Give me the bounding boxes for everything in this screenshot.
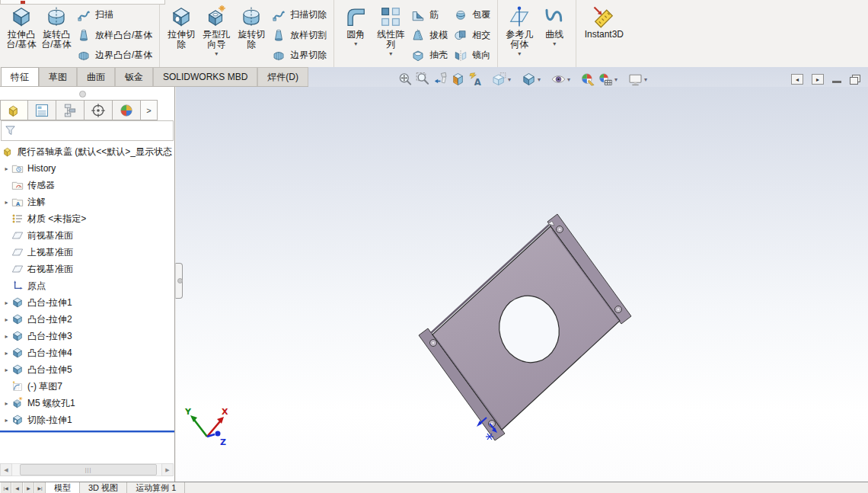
tree-item-top-plane[interactable]: 上视基准面 [0,244,174,261]
boundary-boss-button[interactable]: 边界凸台/基体 [77,46,152,65]
tree-item-sensors[interactable]: 传感器 [0,177,174,194]
curves-button[interactable]: 曲线 ▾ [537,5,572,66]
tree-root-item[interactable]: 爬行器轴承盖 (默认<<默认>_显示状态 [0,143,174,160]
tree-filter-bar[interactable] [1,120,174,141]
zoom-to-fit-button[interactable] [397,72,413,87]
dimxpertmanager-tab[interactable] [85,100,113,120]
minimize-button[interactable] [832,81,841,83]
nav-next-button[interactable]: ▶ [23,482,34,493]
hole-wizard-dropdown-icon[interactable]: ▾ [215,51,218,57]
nav-last-button[interactable]: ▶| [34,482,46,493]
expand-arrow-icon[interactable]: ▸ [2,316,11,323]
tab-sketch[interactable]: 草图 [39,67,77,86]
hole-wizard-button[interactable]: 异型孔向导 ▾ [199,5,234,66]
view-settings-dropdown-icon[interactable]: ▾ [644,76,647,83]
configurationmanager-tab[interactable] [56,100,85,120]
loft-cut-button[interactable]: 放样切割 [272,26,327,45]
tab-weldments[interactable]: 焊件(D) [257,67,308,86]
tree-item-right-plane[interactable]: 右视基准面 [0,261,174,277]
fillet-button[interactable]: 圆角 ▾ [338,5,373,66]
graphics-viewport[interactable]: Y X Z [176,87,868,482]
scrollbar-track[interactable]: ||| [12,463,161,476]
draft-button[interactable]: 拔模 [411,26,448,45]
motion-study-tab[interactable]: 运动算例 1 [127,482,185,493]
rib-button[interactable]: 筋 [411,5,448,24]
nav-prev-button[interactable]: ◀ [11,482,23,493]
tab-features[interactable]: 特征 [1,67,39,86]
view-orientation-dropdown-icon[interactable]: ▾ [508,76,511,83]
edit-appearance-button[interactable] [580,72,596,87]
tree-item-cut-extrude1[interactable]: ▸ 切除-拉伸1 [0,411,174,428]
mirror-button[interactable]: 镜向 [454,46,490,65]
shell-button[interactable]: 抽壳 [411,46,448,65]
zoom-to-area-button[interactable] [415,72,431,87]
revolve-boss-button[interactable]: 旋转凸台/基体 [39,5,74,66]
tree-item-history[interactable]: ▸ History [0,160,174,177]
tab-sheet-metal[interactable]: 钣金 [115,67,153,86]
scrollbar-thumb[interactable]: ||| [20,464,157,475]
extrude-cut-button[interactable]: 拉伸切除 [164,5,199,66]
intersect-button[interactable]: 相交 [454,26,490,45]
3d-views-tab[interactable]: 3D 视图 [80,482,127,493]
panel-splitter-grip[interactable] [79,91,86,98]
panel-flyout-arrow[interactable]: > [141,100,158,120]
expand-arrow-icon[interactable]: ▸ [2,165,11,172]
boundary-cut-button[interactable]: 边界切除 [272,46,327,65]
display-style-dropdown-icon[interactable]: ▾ [538,76,541,83]
expand-arrow-icon[interactable]: ▸ [2,350,11,357]
expand-arrow-icon[interactable]: ▸ [2,299,11,306]
extrude-boss-button[interactable]: 拉伸凸台/基体 [4,5,39,66]
wrap-button[interactable]: 包覆 [454,5,490,24]
nav-first-button[interactable]: |◀ [0,482,11,493]
view-settings-button[interactable]: ▾ [627,72,649,87]
linear-pattern-dropdown-icon[interactable]: ▾ [389,51,392,57]
tab-surfaces[interactable]: 曲面 [77,67,115,86]
model-main-plate[interactable] [431,221,620,430]
hide-show-items-button[interactable]: ▾ [550,72,573,87]
reference-geometry-dropdown-icon[interactable]: ▾ [518,51,521,57]
model-tab[interactable]: 模型 [46,482,80,493]
propertymanager-tab[interactable] [28,100,56,120]
panel-splitter-handle[interactable] [175,263,183,299]
loft-button[interactable]: 放样凸台/基体 [77,26,152,45]
apply-scene-button[interactable]: ▾ [598,72,620,87]
collapse-pane-right-button[interactable]: ▸ [812,74,824,85]
scroll-right-button[interactable]: ▶ [161,463,174,476]
featuremanager-tree-tab[interactable] [0,100,28,120]
scroll-left-button[interactable]: ◀ [0,463,12,476]
hide-show-annotations-button[interactable] [468,72,483,87]
sweep-cut-button[interactable]: 扫描切除 [272,5,327,24]
display-style-button[interactable]: ▾ [521,72,543,87]
expand-arrow-icon[interactable]: ▸ [2,333,11,340]
collapse-pane-left-button[interactable]: ◂ [791,74,803,85]
tree-item-boss-extrude5[interactable]: ▸ 凸台-拉伸5 [0,361,174,378]
linear-pattern-button[interactable]: 线性阵列 ▾ [373,5,408,66]
sweep-button[interactable]: 扫描 [77,5,152,24]
tree-item-m5-thread-hole[interactable]: ▸ M5 螺纹孔1 [0,395,174,411]
expand-arrow-icon[interactable]: ▸ [2,367,11,373]
view-orientation-button[interactable]: ▾ [491,72,513,87]
hide-show-items-dropdown-icon[interactable]: ▾ [567,76,570,83]
tree-item-boss-extrude3[interactable]: ▸ 凸台-拉伸3 [0,328,174,344]
tree-item-boss-extrude2[interactable]: ▸ 凸台-拉伸2 [0,311,174,328]
expand-arrow-icon[interactable]: ▸ [2,199,11,206]
restore-button[interactable] [850,75,860,85]
reference-geometry-button[interactable]: 参考几何体 ▾ [502,5,537,66]
tab-solidworks-mbd[interactable]: SOLIDWORKS MBD [153,67,257,86]
section-view-button[interactable] [450,72,466,87]
fillet-dropdown-icon[interactable]: ▾ [354,41,357,47]
tree-item-material[interactable]: 材质 <未指定> [0,210,174,227]
tree-item-boss-extrude1[interactable]: ▸ 凸台-拉伸1 [0,294,174,311]
tree-item-origin[interactable]: 原点 [0,277,174,294]
tree-item-boss-extrude4[interactable]: ▸ 凸台-拉伸4 [0,344,174,361]
previous-view-button[interactable] [432,72,448,87]
revolve-cut-button[interactable]: 旋转切除 [234,5,269,66]
apply-scene-dropdown-icon[interactable]: ▾ [614,76,617,83]
tree-item-sketch7[interactable]: (-) 草图7 [0,378,174,395]
instant3d-button[interactable]: Instant3D [580,5,627,66]
displaymanager-tab[interactable] [113,100,141,120]
curves-dropdown-icon[interactable]: ▾ [553,41,556,47]
expand-arrow-icon[interactable]: ▸ [2,417,11,424]
rollback-bar[interactable] [0,431,174,432]
tree-item-annotations[interactable]: ▸ 注解 [0,194,174,210]
